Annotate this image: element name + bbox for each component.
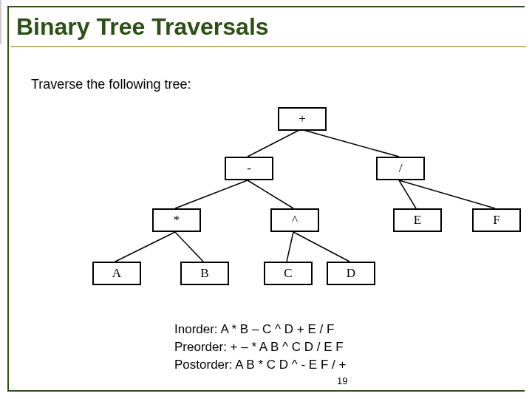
tree-node-lll: A <box>92 262 141 285</box>
postorder-value: A B * C D ^ - E F / + <box>235 358 346 372</box>
tree-node-r: / <box>376 157 425 180</box>
slide-border-right-stub <box>0 0 1 44</box>
svg-line-0 <box>248 129 301 157</box>
title-underline <box>10 46 526 47</box>
svg-line-8 <box>287 232 293 262</box>
inorder-line: Inorder: A * B – C ^ D + E / F <box>174 321 346 338</box>
svg-line-6 <box>115 232 175 262</box>
slide-border-bottom <box>7 390 525 392</box>
tree-node-l: - <box>225 157 273 180</box>
tree-node-root: + <box>278 107 327 131</box>
tree-node-lrr: D <box>327 262 375 285</box>
tree-node-lrl: C <box>264 262 313 285</box>
postorder-line: Postorder: A B * C D ^ - E F / + <box>174 356 346 374</box>
svg-line-1 <box>301 129 399 157</box>
inorder-value: A * B – C ^ D + E / F <box>220 322 334 336</box>
slide-border-top <box>7 6 525 7</box>
svg-line-7 <box>175 232 203 262</box>
subtitle: Traverse the following tree: <box>31 77 191 92</box>
tree-node-rr: F <box>472 208 521 232</box>
svg-line-9 <box>293 232 349 262</box>
tree-diagram: + - / * ^ E F A B C D <box>0 100 532 307</box>
svg-line-3 <box>248 180 293 208</box>
preorder-line: Preorder: + – * A B ^ C D / E F <box>174 338 346 356</box>
preorder-label: Preorder: <box>174 340 231 354</box>
postorder-label: Postorder: <box>174 358 235 372</box>
traversal-results: Inorder: A * B – C ^ D + E / F Preorder:… <box>174 321 346 374</box>
page-number: 19 <box>337 375 347 386</box>
preorder-value: + – * A B ^ C D / E F <box>231 340 344 354</box>
page-title: Binary Tree Traversals <box>16 13 269 41</box>
tree-node-lr: ^ <box>270 208 319 232</box>
tree-node-llr: B <box>180 262 229 285</box>
inorder-label: Inorder: <box>174 322 220 336</box>
tree-node-ll: * <box>152 208 201 232</box>
svg-line-2 <box>175 180 248 208</box>
tree-node-rl: E <box>393 208 442 232</box>
